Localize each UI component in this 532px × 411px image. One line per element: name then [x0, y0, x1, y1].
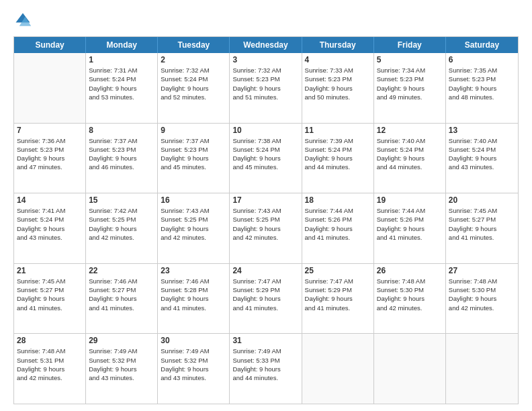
day-info: Sunrise: 7:32 AMSunset: 5:23 PMDaylight:…	[232, 66, 298, 101]
calendar-row: 28Sunrise: 7:48 AMSunset: 5:31 PMDayligh…	[14, 334, 518, 404]
calendar-row: 1Sunrise: 7:31 AMSunset: 5:24 PMDaylight…	[14, 53, 518, 124]
weekday-header: Sunday	[14, 37, 86, 53]
calendar-cell: 5Sunrise: 7:34 AMSunset: 5:23 PMDaylight…	[374, 53, 446, 123]
day-number: 27	[449, 266, 515, 275]
day-info: Sunrise: 7:46 AMSunset: 5:28 PMDaylight:…	[161, 277, 226, 312]
day-info: Sunrise: 7:49 AMSunset: 5:32 PMDaylight:…	[161, 347, 226, 382]
day-number: 15	[89, 195, 154, 205]
calendar: SundayMondayTuesdayWednesdayThursdayFrid…	[13, 36, 519, 404]
calendar-cell: 9Sunrise: 7:37 AMSunset: 5:23 PMDaylight…	[158, 124, 230, 193]
calendar-cell: 16Sunrise: 7:43 AMSunset: 5:25 PMDayligh…	[158, 193, 230, 263]
calendar-cell: 1Sunrise: 7:31 AMSunset: 5:24 PMDaylight…	[86, 53, 158, 123]
day-info: Sunrise: 7:48 AMSunset: 5:30 PMDaylight:…	[377, 277, 443, 312]
calendar-cell: 25Sunrise: 7:47 AMSunset: 5:29 PMDayligh…	[302, 264, 374, 334]
day-number: 13	[449, 126, 515, 135]
day-number: 16	[161, 195, 226, 205]
calendar-cell: 28Sunrise: 7:48 AMSunset: 5:31 PMDayligh…	[14, 334, 86, 404]
calendar-cell: 2Sunrise: 7:32 AMSunset: 5:24 PMDaylight…	[158, 53, 230, 123]
calendar-cell: 3Sunrise: 7:32 AMSunset: 5:23 PMDaylight…	[230, 53, 302, 123]
calendar-cell: 6Sunrise: 7:35 AMSunset: 5:23 PMDaylight…	[446, 53, 518, 123]
calendar-cell: 27Sunrise: 7:48 AMSunset: 5:30 PMDayligh…	[446, 264, 518, 334]
day-info: Sunrise: 7:41 AMSunset: 5:24 PMDaylight:…	[17, 206, 83, 242]
calendar-cell: 17Sunrise: 7:43 AMSunset: 5:25 PMDayligh…	[230, 193, 302, 263]
calendar-cell	[446, 334, 518, 404]
calendar-cell: 21Sunrise: 7:45 AMSunset: 5:27 PMDayligh…	[14, 264, 86, 334]
day-number: 28	[17, 336, 83, 345]
calendar-cell: 8Sunrise: 7:37 AMSunset: 5:23 PMDaylight…	[86, 124, 158, 193]
day-info: Sunrise: 7:43 AMSunset: 5:25 PMDaylight:…	[232, 206, 298, 242]
day-info: Sunrise: 7:35 AMSunset: 5:23 PMDaylight:…	[449, 66, 515, 101]
weekday-header: Tuesday	[158, 37, 230, 53]
day-number: 2	[161, 55, 226, 64]
weekday-header: Saturday	[446, 37, 518, 53]
day-info: Sunrise: 7:39 AMSunset: 5:24 PMDaylight:…	[305, 136, 371, 172]
calendar-cell: 23Sunrise: 7:46 AMSunset: 5:28 PMDayligh…	[158, 264, 230, 334]
day-number: 14	[17, 195, 83, 205]
calendar-cell: 26Sunrise: 7:48 AMSunset: 5:30 PMDayligh…	[374, 264, 446, 334]
day-info: Sunrise: 7:37 AMSunset: 5:23 PMDaylight:…	[161, 136, 226, 172]
calendar-header: SundayMondayTuesdayWednesdayThursdayFrid…	[14, 37, 518, 53]
calendar-cell: 4Sunrise: 7:33 AMSunset: 5:23 PMDaylight…	[302, 53, 374, 123]
day-number: 17	[232, 195, 298, 205]
day-number: 20	[449, 195, 515, 205]
day-number: 24	[232, 266, 298, 275]
day-info: Sunrise: 7:36 AMSunset: 5:23 PMDaylight:…	[17, 136, 83, 172]
day-info: Sunrise: 7:45 AMSunset: 5:27 PMDaylight:…	[449, 206, 515, 242]
day-number: 30	[161, 336, 226, 345]
day-info: Sunrise: 7:48 AMSunset: 5:31 PMDaylight:…	[17, 347, 83, 382]
day-info: Sunrise: 7:48 AMSunset: 5:30 PMDaylight:…	[449, 277, 515, 312]
day-info: Sunrise: 7:49 AMSunset: 5:32 PMDaylight:…	[89, 347, 154, 382]
calendar-cell: 31Sunrise: 7:49 AMSunset: 5:33 PMDayligh…	[230, 334, 302, 404]
calendar-cell: 19Sunrise: 7:44 AMSunset: 5:26 PMDayligh…	[374, 193, 446, 263]
day-info: Sunrise: 7:40 AMSunset: 5:24 PMDaylight:…	[449, 136, 515, 172]
weekday-header: Friday	[374, 37, 446, 53]
day-number: 21	[17, 266, 83, 275]
calendar-cell: 30Sunrise: 7:49 AMSunset: 5:32 PMDayligh…	[158, 334, 230, 404]
calendar-row: 14Sunrise: 7:41 AMSunset: 5:24 PMDayligh…	[14, 193, 518, 264]
calendar-cell: 22Sunrise: 7:46 AMSunset: 5:27 PMDayligh…	[86, 264, 158, 334]
calendar-cell	[374, 334, 446, 404]
calendar-cell	[14, 53, 86, 123]
header	[13, 11, 519, 30]
day-info: Sunrise: 7:49 AMSunset: 5:33 PMDaylight:…	[232, 347, 298, 382]
calendar-cell: 24Sunrise: 7:47 AMSunset: 5:29 PMDayligh…	[230, 264, 302, 334]
day-info: Sunrise: 7:44 AMSunset: 5:26 PMDaylight:…	[305, 206, 371, 242]
day-number: 1	[89, 55, 154, 64]
day-info: Sunrise: 7:47 AMSunset: 5:29 PMDaylight:…	[305, 277, 371, 312]
day-number: 23	[161, 266, 226, 275]
day-info: Sunrise: 7:33 AMSunset: 5:23 PMDaylight:…	[305, 66, 371, 101]
day-number: 31	[232, 336, 298, 345]
calendar-cell	[302, 334, 374, 404]
day-number: 8	[89, 126, 154, 135]
day-info: Sunrise: 7:43 AMSunset: 5:25 PMDaylight:…	[161, 206, 226, 242]
day-number: 7	[17, 126, 83, 135]
day-number: 18	[305, 195, 371, 205]
day-number: 29	[89, 336, 154, 345]
day-info: Sunrise: 7:44 AMSunset: 5:26 PMDaylight:…	[377, 206, 443, 242]
calendar-cell: 13Sunrise: 7:40 AMSunset: 5:24 PMDayligh…	[446, 124, 518, 193]
calendar-cell: 11Sunrise: 7:39 AMSunset: 5:24 PMDayligh…	[302, 124, 374, 193]
day-number: 4	[305, 55, 371, 64]
day-number: 19	[377, 195, 443, 205]
logo-icon	[13, 11, 32, 30]
logo	[13, 11, 35, 30]
day-number: 5	[377, 55, 443, 64]
calendar-cell: 29Sunrise: 7:49 AMSunset: 5:32 PMDayligh…	[86, 334, 158, 404]
calendar-cell: 7Sunrise: 7:36 AMSunset: 5:23 PMDaylight…	[14, 124, 86, 193]
weekday-header: Monday	[86, 37, 158, 53]
day-info: Sunrise: 7:47 AMSunset: 5:29 PMDaylight:…	[232, 277, 298, 312]
day-number: 11	[305, 126, 371, 135]
calendar-cell: 15Sunrise: 7:42 AMSunset: 5:25 PMDayligh…	[86, 193, 158, 263]
calendar-cell: 20Sunrise: 7:45 AMSunset: 5:27 PMDayligh…	[446, 193, 518, 263]
weekday-header: Thursday	[302, 37, 374, 53]
day-number: 12	[377, 126, 443, 135]
day-number: 9	[161, 126, 226, 135]
day-info: Sunrise: 7:37 AMSunset: 5:23 PMDaylight:…	[89, 136, 154, 172]
calendar-cell: 18Sunrise: 7:44 AMSunset: 5:26 PMDayligh…	[302, 193, 374, 263]
day-info: Sunrise: 7:38 AMSunset: 5:24 PMDaylight:…	[232, 136, 298, 172]
day-info: Sunrise: 7:34 AMSunset: 5:23 PMDaylight:…	[377, 66, 443, 101]
day-info: Sunrise: 7:31 AMSunset: 5:24 PMDaylight:…	[89, 66, 154, 101]
calendar-cell: 14Sunrise: 7:41 AMSunset: 5:24 PMDayligh…	[14, 193, 86, 263]
day-number: 26	[377, 266, 443, 275]
calendar-cell: 10Sunrise: 7:38 AMSunset: 5:24 PMDayligh…	[230, 124, 302, 193]
